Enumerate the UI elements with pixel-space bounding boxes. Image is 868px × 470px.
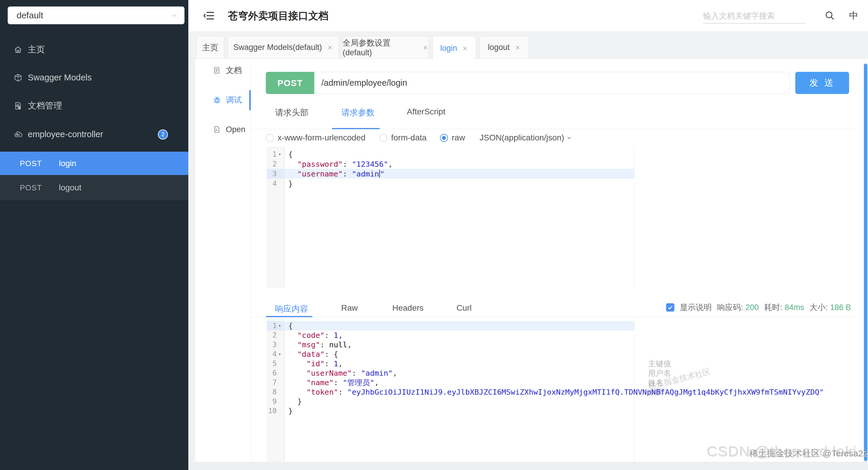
sidebar: default 主页Swagger Models文档管理APIemployee-… — [0, 0, 188, 470]
menu-fold-icon[interactable] — [204, 11, 214, 21]
watermark-juejin: 稀土掘金技术社区 @Teresa2227 — [749, 447, 868, 460]
project-group-select[interactable]: default — [8, 6, 184, 24]
content-type-select[interactable]: JSON(application/json) — [479, 134, 572, 142]
sidebar-item-label: employee-controller — [28, 129, 103, 139]
line-number: 2 — [267, 331, 277, 339]
debug-nav-label: Open — [226, 125, 245, 134]
line-number: 10 — [267, 407, 277, 415]
close-icon[interactable] — [462, 45, 468, 52]
response-tab-2[interactable]: Headers — [392, 303, 424, 313]
fold-caret-icon[interactable]: ▾ — [277, 323, 283, 328]
search-icon[interactable] — [825, 11, 835, 21]
endpoint-label: login — [59, 159, 76, 168]
body-mode-1[interactable]: form-data — [379, 134, 427, 142]
body-mode-label: x-www-form-urlencoded — [278, 133, 365, 143]
code-line-4: 4▾ "data": { — [267, 349, 634, 359]
line-number-cell: 2 — [267, 331, 284, 340]
doc-tab-3[interactable]: login — [433, 36, 476, 60]
code-line-9: 9 } — [267, 397, 634, 406]
response-size-value: 186 B — [830, 303, 851, 312]
doc-tab-label: Swagger Models(default) — [233, 43, 322, 52]
radio-icon — [266, 134, 274, 142]
line-number: 1 — [267, 322, 277, 330]
http-method-button[interactable]: POST — [266, 72, 314, 94]
page-title: 苍穹外卖项目接口文档 — [228, 0, 329, 32]
response-tab-1[interactable]: Raw — [341, 303, 358, 313]
close-icon[interactable] — [327, 44, 333, 51]
request-body-editor[interactable]: 1▾{2 "password": "123456",3 "username": … — [267, 147, 855, 288]
request-tab-0[interactable]: 请求头部 — [275, 107, 308, 118]
code-text: "code": 1, — [284, 331, 634, 340]
request-active-tab-underline — [332, 128, 380, 129]
send-button[interactable]: 发 送 — [795, 72, 849, 94]
response-tab-3[interactable]: Curl — [457, 303, 471, 313]
response-body-editor[interactable]: 主键值用户名姓名令牌 1▾{2 "code": 1,3 "msg": null,… — [267, 319, 855, 462]
sidebar-item-home[interactable]: 主页 — [0, 35, 188, 64]
status-code: 响应码: 200 — [717, 302, 759, 313]
response-active-tab-underline — [266, 316, 312, 317]
endpoint-label: logout — [59, 183, 81, 192]
endpoint-method: POST — [20, 183, 42, 192]
elapsed-time-value: 84ms — [785, 303, 804, 312]
line-number: 2 — [267, 160, 277, 168]
close-icon[interactable] — [422, 44, 429, 51]
line-number-cell: 3 — [267, 169, 284, 179]
request-tab-1[interactable]: 请求参数 — [341, 107, 375, 118]
code-line-1: 1▾{ — [267, 149, 634, 159]
body-mode-2[interactable]: raw — [440, 134, 465, 142]
debug-nav-active-indicator — [249, 90, 251, 110]
file-icon — [213, 126, 221, 133]
doc-tab-4[interactable]: logout — [479, 36, 529, 59]
endpoint-count-badge: 2 — [158, 129, 168, 139]
endpoint-logout[interactable]: POSTlogout — [0, 175, 188, 200]
sidebar-item-label: Swagger Models — [28, 73, 92, 83]
close-icon[interactable] — [515, 44, 521, 51]
fold-caret-icon[interactable]: ▾ — [277, 351, 283, 357]
sidebar-item-doc-manage[interactable]: 文档管理 — [0, 92, 188, 120]
response-size: 大小: 186 B — [809, 302, 851, 313]
debug-nav-file[interactable]: Open — [195, 122, 251, 137]
chevron-up-icon — [14, 131, 21, 138]
code-text: "username": "admin" — [284, 169, 634, 179]
fold-caret-icon[interactable]: ▾ — [277, 152, 283, 157]
sidebar-item-api-cloud[interactable]: APIemployee-controller2 — [0, 120, 188, 148]
sidebar-item-models[interactable]: Swagger Models — [0, 64, 188, 92]
line-number-cell: 1▾ — [267, 321, 284, 331]
code-line-2: 2 "code": 1, — [267, 331, 634, 340]
doc-tab-2[interactable]: 全局参数设置(default) — [342, 36, 429, 59]
line-number-cell: 7 — [267, 378, 284, 387]
code-text: } — [284, 397, 634, 406]
line-number-cell: 4▾ — [267, 349, 284, 359]
doc-tab-0[interactable]: 主页 — [196, 36, 224, 59]
debug-nav-doc[interactable]: 文档 — [195, 63, 251, 78]
code-line-6: 6 "userName": "admin", — [267, 368, 634, 378]
doc-tab-1[interactable]: Swagger Models(default) — [228, 36, 339, 59]
line-number-cell: 6 — [267, 368, 284, 378]
code-text: } — [284, 179, 634, 188]
language-toggle[interactable]: 中 — [849, 9, 858, 22]
radio-icon — [440, 134, 448, 142]
request-tab-2[interactable]: AfterScript — [407, 107, 445, 117]
chevron-down-icon — [14, 102, 21, 109]
doc-search-input[interactable] — [703, 9, 805, 23]
line-number-cell: 1▾ — [267, 149, 284, 159]
debug-nav-label: 文档 — [226, 65, 242, 76]
code-text: "token": "eyJhbGciOiJIUzI1NiJ9.eyJlbXBJZ… — [284, 387, 824, 397]
show-description-label: 显示说明 — [680, 302, 712, 313]
debug-nav-bug[interactable]: 调试 — [195, 93, 251, 107]
line-number-cell: 10 — [267, 406, 284, 416]
line-number-cell: 2 — [267, 159, 284, 169]
line-number: 4 — [267, 180, 277, 188]
code-line-3: 3 "username": "admin" — [267, 169, 634, 179]
show-description-checkbox[interactable] — [666, 303, 674, 312]
request-url-input[interactable] — [314, 72, 790, 94]
project-group-value: default — [17, 10, 170, 21]
code-text: "password": "123456", — [284, 159, 634, 169]
line-number: 7 — [267, 378, 277, 387]
body-mode-0[interactable]: x-www-form-urlencoded — [266, 134, 365, 142]
response-tab-0[interactable]: 响应内容 — [275, 303, 308, 315]
editor-ruler — [634, 147, 634, 288]
models-icon — [14, 73, 22, 82]
vertical-scrollbar-thumb[interactable] — [864, 64, 867, 461]
endpoint-login[interactable]: POSTlogin — [0, 152, 188, 175]
